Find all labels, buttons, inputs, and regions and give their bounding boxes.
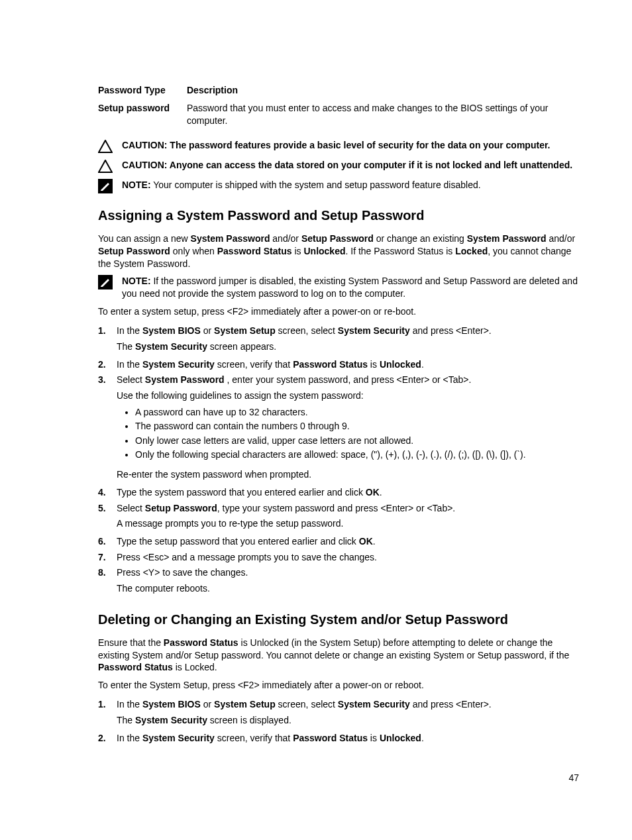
text: screen, select <box>276 699 338 709</box>
text: System Setup <box>214 699 276 709</box>
text: or <box>201 699 214 709</box>
text: , type your system password and press <E… <box>217 503 456 513</box>
password-type-table: Password Type Description Setup password… <box>98 85 579 127</box>
table-header-type: Password Type <box>98 85 187 95</box>
step-body: In the System Security screen, verify th… <box>117 358 579 372</box>
step-number: 4. <box>98 486 117 499</box>
text: Password Status <box>164 637 238 648</box>
text: Unlocked <box>303 246 345 256</box>
text: and press <Enter>. <box>410 699 492 709</box>
step-number: 2. <box>98 358 117 372</box>
text: System Security <box>142 359 215 370</box>
step-item: 8. Press <Y> to save the changes. The co… <box>98 566 579 597</box>
note-label: NOTE: <box>122 276 151 286</box>
text: System Setup <box>214 325 276 336</box>
step-body: Type the system password that you entere… <box>117 486 579 499</box>
section2-prestep: To enter the System Setup, press <F2> im… <box>98 679 579 692</box>
caution-label: CAUTION: <box>122 160 167 170</box>
text: Password Status <box>98 662 173 672</box>
text: screen, verify that <box>215 359 293 370</box>
table-row-label: Setup password <box>98 102 187 127</box>
password-guidelines: A password can have up to 32 characters.… <box>117 406 579 462</box>
text: screen, verify that <box>215 733 293 743</box>
step-item: 3. Select System Password , enter your s… <box>98 374 579 484</box>
text: Password Status <box>293 733 368 743</box>
text: In the <box>117 733 142 743</box>
text: . If the Password Status is <box>345 246 455 256</box>
text: System Security <box>142 733 215 743</box>
step-body: Select System Password , enter your syst… <box>117 374 579 484</box>
caution-text: CAUTION: Anyone can access the data stor… <box>122 159 579 172</box>
text: Select <box>117 374 145 385</box>
text: Re-enter the system password when prompt… <box>117 468 579 481</box>
text: only when <box>170 246 217 256</box>
step-number: 6. <box>98 535 117 549</box>
text: Setup Password <box>145 503 217 513</box>
section2-intro: Ensure that the Password Status is Unloc… <box>98 637 579 674</box>
step-item: 5. Select Setup Password, type your syst… <box>98 502 579 533</box>
text: System Security <box>135 715 207 725</box>
caution-body: Anyone can access the data stored on you… <box>167 160 572 170</box>
step-number: 8. <box>98 566 117 597</box>
text: and/or <box>547 233 576 244</box>
text: . <box>373 536 376 547</box>
text: is <box>292 246 304 256</box>
step-body: In the System Security screen, verify th… <box>117 732 579 745</box>
text: Press <Esc> and a message prompts you to… <box>117 552 377 562</box>
caution-body: The password features provide a basic le… <box>167 140 550 150</box>
text: System Security <box>338 699 410 709</box>
caution-label: CAUTION: <box>122 140 167 150</box>
text: Setup Password <box>301 233 374 244</box>
note-notice: NOTE: Your computer is shipped with the … <box>98 179 579 193</box>
text: . <box>421 359 424 370</box>
text: System Security <box>338 325 410 336</box>
caution-notice: CAUTION: Anyone can access the data stor… <box>98 159 579 174</box>
step-body: In the System BIOS or System Setup scree… <box>117 325 579 355</box>
text: OK <box>366 487 380 498</box>
step-body: Type the setup password that you entered… <box>117 535 579 549</box>
step-number: 5. <box>98 502 117 533</box>
text: Password Status <box>293 359 368 370</box>
step-number: 1. <box>98 325 117 355</box>
step-item: 1. In the System BIOS or System Setup sc… <box>98 325 579 355</box>
text: is <box>368 359 380 370</box>
step-item: 1. In the System BIOS or System Setup sc… <box>98 698 579 729</box>
text: Password Status <box>217 246 292 256</box>
text: In the <box>117 699 142 709</box>
section-heading-assigning: Assigning a System Password and Setup Pa… <box>98 208 579 223</box>
section1-prestep: To enter a system setup, press <F2> imme… <box>98 305 579 318</box>
list-item: Only the following special characters ar… <box>135 448 579 462</box>
note-text: NOTE: If the password jumper is disabled… <box>122 275 579 300</box>
text: is <box>368 733 380 743</box>
page-number: 47 <box>568 772 579 783</box>
step-body: In the System BIOS or System Setup scree… <box>117 698 579 729</box>
text: screen is displayed. <box>207 715 291 725</box>
note-notice: NOTE: If the password jumper is disabled… <box>98 275 579 300</box>
text: Type the system password that you entere… <box>117 487 366 498</box>
note-body: Your computer is shipped with the system… <box>151 180 481 190</box>
text: , enter your system password, and press … <box>225 374 472 385</box>
text: and press <Enter>. <box>410 325 492 336</box>
text: System BIOS <box>142 699 201 709</box>
note-icon <box>98 179 113 193</box>
list-item: A password can have up to 32 characters. <box>135 406 579 419</box>
text: Unlocked <box>380 733 421 743</box>
text: or change an existing <box>374 233 467 244</box>
step-item: 2. In the System Security screen, verify… <box>98 358 579 372</box>
text: In the <box>117 359 142 370</box>
text: Type the setup password that you entered… <box>117 536 359 547</box>
step-body: Press <Esc> and a message prompts you to… <box>117 551 579 564</box>
text: System Password <box>145 374 225 385</box>
document-page: Password Type Description Setup password… <box>0 0 632 840</box>
text: System Password <box>191 233 270 244</box>
step-body: Press <Y> to save the changes. The compu… <box>117 566 579 597</box>
text: System Password <box>467 233 547 244</box>
text: Press <Y> to save the changes. <box>117 567 248 578</box>
note-text: NOTE: Your computer is shipped with the … <box>122 179 579 191</box>
text: In the <box>117 325 142 336</box>
text: Select <box>117 503 145 513</box>
text: You can assign a new <box>98 233 191 244</box>
text: is Locked. <box>173 662 217 672</box>
list-item: The password can contain the numbers 0 t… <box>135 420 579 433</box>
text: OK <box>359 536 373 547</box>
